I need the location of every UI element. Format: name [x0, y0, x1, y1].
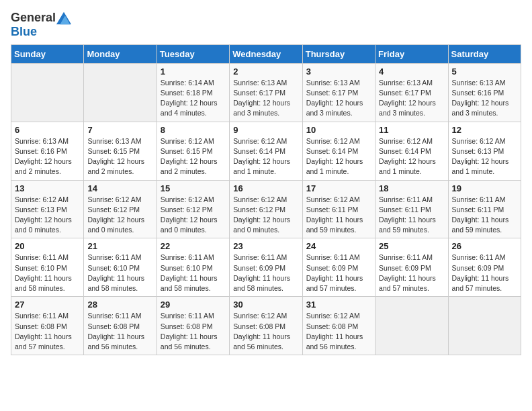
day-header-monday: Monday: [84, 44, 157, 63]
calendar-cell: 11Sunrise: 6:12 AM Sunset: 6:14 PM Dayli…: [375, 122, 448, 180]
day-info: Sunrise: 6:11 AM Sunset: 6:10 PM Dayligh…: [15, 253, 80, 293]
day-number: 26: [452, 241, 517, 251]
day-info: Sunrise: 6:13 AM Sunset: 6:16 PM Dayligh…: [452, 78, 517, 119]
day-number: 21: [87, 241, 152, 251]
calendar-cell: [84, 63, 157, 122]
day-number: 14: [87, 183, 152, 193]
calendar-cell: 5Sunrise: 6:13 AM Sunset: 6:16 PM Daylig…: [448, 63, 521, 122]
header-row: SundayMondayTuesdayWednesdayThursdayFrid…: [11, 44, 521, 63]
day-number: 12: [452, 125, 517, 135]
calendar-cell: 19Sunrise: 6:11 AM Sunset: 6:11 PM Dayli…: [448, 180, 521, 238]
day-number: 8: [161, 125, 226, 135]
day-info: Sunrise: 6:12 AM Sunset: 6:14 PM Dayligh…: [233, 136, 298, 177]
day-number: 13: [15, 183, 80, 193]
calendar-cell: 4Sunrise: 6:13 AM Sunset: 6:17 PM Daylig…: [375, 63, 448, 122]
day-header-saturday: Saturday: [448, 44, 521, 63]
week-row-3: 13Sunrise: 6:12 AM Sunset: 6:13 PM Dayli…: [11, 180, 521, 238]
day-info: Sunrise: 6:11 AM Sunset: 6:09 PM Dayligh…: [306, 253, 371, 293]
day-info: Sunrise: 6:11 AM Sunset: 6:08 PM Dayligh…: [87, 311, 152, 352]
day-number: 28: [87, 300, 152, 310]
calendar-cell: 31Sunrise: 6:12 AM Sunset: 6:08 PM Dayli…: [302, 297, 375, 355]
day-info: Sunrise: 6:12 AM Sunset: 6:12 PM Dayligh…: [233, 195, 298, 236]
calendar-cell: 20Sunrise: 6:11 AM Sunset: 6:10 PM Dayli…: [11, 238, 84, 297]
day-info: Sunrise: 6:11 AM Sunset: 6:08 PM Dayligh…: [15, 311, 80, 352]
calendar-cell: 1Sunrise: 6:14 AM Sunset: 6:18 PM Daylig…: [157, 63, 229, 122]
calendar-cell: 8Sunrise: 6:12 AM Sunset: 6:15 PM Daylig…: [157, 122, 229, 180]
calendar-cell: 27Sunrise: 6:11 AM Sunset: 6:08 PM Dayli…: [11, 297, 84, 355]
logo-blue-text: Blue: [11, 26, 71, 39]
calendar-cell: 25Sunrise: 6:11 AM Sunset: 6:09 PM Dayli…: [375, 238, 448, 297]
week-row-1: 1Sunrise: 6:14 AM Sunset: 6:18 PM Daylig…: [11, 63, 521, 122]
calendar-cell: 6Sunrise: 6:13 AM Sunset: 6:16 PM Daylig…: [11, 122, 84, 180]
logo: General Blue: [11, 11, 71, 39]
day-info: Sunrise: 6:13 AM Sunset: 6:17 PM Dayligh…: [306, 78, 371, 119]
calendar-cell: 9Sunrise: 6:12 AM Sunset: 6:14 PM Daylig…: [230, 122, 302, 180]
day-info: Sunrise: 6:11 AM Sunset: 6:10 PM Dayligh…: [87, 253, 152, 293]
day-info: Sunrise: 6:11 AM Sunset: 6:11 PM Dayligh…: [379, 195, 444, 236]
day-info: Sunrise: 6:11 AM Sunset: 6:09 PM Dayligh…: [233, 253, 298, 293]
calendar-cell: 14Sunrise: 6:12 AM Sunset: 6:12 PM Dayli…: [84, 180, 157, 238]
day-info: Sunrise: 6:12 AM Sunset: 6:13 PM Dayligh…: [15, 195, 80, 236]
page-header: General Blue: [11, 11, 521, 39]
calendar-cell: 24Sunrise: 6:11 AM Sunset: 6:09 PM Dayli…: [302, 238, 375, 297]
calendar-cell: 7Sunrise: 6:13 AM Sunset: 6:15 PM Daylig…: [84, 122, 157, 180]
day-number: 22: [161, 241, 226, 251]
calendar-cell: 26Sunrise: 6:11 AM Sunset: 6:09 PM Dayli…: [448, 238, 521, 297]
day-number: 10: [306, 125, 371, 135]
day-header-friday: Friday: [375, 44, 448, 63]
day-number: 9: [233, 125, 298, 135]
logo-general-text: General: [11, 11, 56, 25]
day-number: 11: [379, 125, 444, 135]
week-row-5: 27Sunrise: 6:11 AM Sunset: 6:08 PM Dayli…: [11, 297, 521, 355]
day-number: 5: [452, 66, 517, 77]
calendar-cell: 29Sunrise: 6:11 AM Sunset: 6:08 PM Dayli…: [157, 297, 229, 355]
day-number: 15: [161, 183, 226, 193]
day-info: Sunrise: 6:11 AM Sunset: 6:11 PM Dayligh…: [452, 195, 517, 236]
day-number: 27: [15, 300, 80, 310]
calendar-cell: 16Sunrise: 6:12 AM Sunset: 6:12 PM Dayli…: [230, 180, 302, 238]
day-number: 2: [233, 66, 298, 77]
day-info: Sunrise: 6:13 AM Sunset: 6:17 PM Dayligh…: [379, 78, 444, 119]
day-number: 31: [306, 300, 371, 310]
day-number: 19: [452, 183, 517, 193]
day-number: 4: [379, 66, 444, 77]
day-info: Sunrise: 6:13 AM Sunset: 6:17 PM Dayligh…: [233, 78, 298, 119]
calendar-cell: 23Sunrise: 6:11 AM Sunset: 6:09 PM Dayli…: [230, 238, 302, 297]
calendar-cell: 22Sunrise: 6:11 AM Sunset: 6:10 PM Dayli…: [157, 238, 229, 297]
day-number: 30: [233, 300, 298, 310]
day-info: Sunrise: 6:12 AM Sunset: 6:15 PM Dayligh…: [161, 136, 226, 177]
day-number: 3: [306, 66, 371, 77]
day-number: 24: [306, 241, 371, 251]
day-info: Sunrise: 6:12 AM Sunset: 6:08 PM Dayligh…: [233, 311, 298, 352]
day-info: Sunrise: 6:12 AM Sunset: 6:12 PM Dayligh…: [87, 195, 152, 236]
calendar-cell: 13Sunrise: 6:12 AM Sunset: 6:13 PM Dayli…: [11, 180, 84, 238]
calendar-cell: [375, 297, 448, 355]
calendar-cell: 15Sunrise: 6:12 AM Sunset: 6:12 PM Dayli…: [157, 180, 229, 238]
calendar-cell: 30Sunrise: 6:12 AM Sunset: 6:08 PM Dayli…: [230, 297, 302, 355]
day-info: Sunrise: 6:12 AM Sunset: 6:11 PM Dayligh…: [306, 195, 371, 236]
calendar-cell: 10Sunrise: 6:12 AM Sunset: 6:14 PM Dayli…: [302, 122, 375, 180]
calendar-cell: 2Sunrise: 6:13 AM Sunset: 6:17 PM Daylig…: [230, 63, 302, 122]
day-number: 25: [379, 241, 444, 251]
day-number: 18: [379, 183, 444, 193]
day-header-sunday: Sunday: [11, 44, 84, 63]
day-number: 6: [15, 125, 80, 135]
logo-icon: [56, 11, 71, 26]
week-row-2: 6Sunrise: 6:13 AM Sunset: 6:16 PM Daylig…: [11, 122, 521, 180]
day-info: Sunrise: 6:12 AM Sunset: 6:13 PM Dayligh…: [452, 136, 517, 177]
calendar-cell: 17Sunrise: 6:12 AM Sunset: 6:11 PM Dayli…: [302, 180, 375, 238]
week-row-4: 20Sunrise: 6:11 AM Sunset: 6:10 PM Dayli…: [11, 238, 521, 297]
day-number: 29: [161, 300, 226, 310]
day-info: Sunrise: 6:13 AM Sunset: 6:15 PM Dayligh…: [87, 136, 152, 177]
day-number: 7: [87, 125, 152, 135]
calendar-table: SundayMondayTuesdayWednesdayThursdayFrid…: [11, 44, 521, 355]
day-info: Sunrise: 6:12 AM Sunset: 6:14 PM Dayligh…: [379, 136, 444, 177]
calendar-cell: [11, 63, 84, 122]
calendar-cell: 3Sunrise: 6:13 AM Sunset: 6:17 PM Daylig…: [302, 63, 375, 122]
calendar-cell: [448, 297, 521, 355]
calendar-cell: 12Sunrise: 6:12 AM Sunset: 6:13 PM Dayli…: [448, 122, 521, 180]
calendar-cell: 18Sunrise: 6:11 AM Sunset: 6:11 PM Dayli…: [375, 180, 448, 238]
day-info: Sunrise: 6:11 AM Sunset: 6:09 PM Dayligh…: [379, 253, 444, 293]
calendar-cell: 21Sunrise: 6:11 AM Sunset: 6:10 PM Dayli…: [84, 238, 157, 297]
calendar-cell: 28Sunrise: 6:11 AM Sunset: 6:08 PM Dayli…: [84, 297, 157, 355]
